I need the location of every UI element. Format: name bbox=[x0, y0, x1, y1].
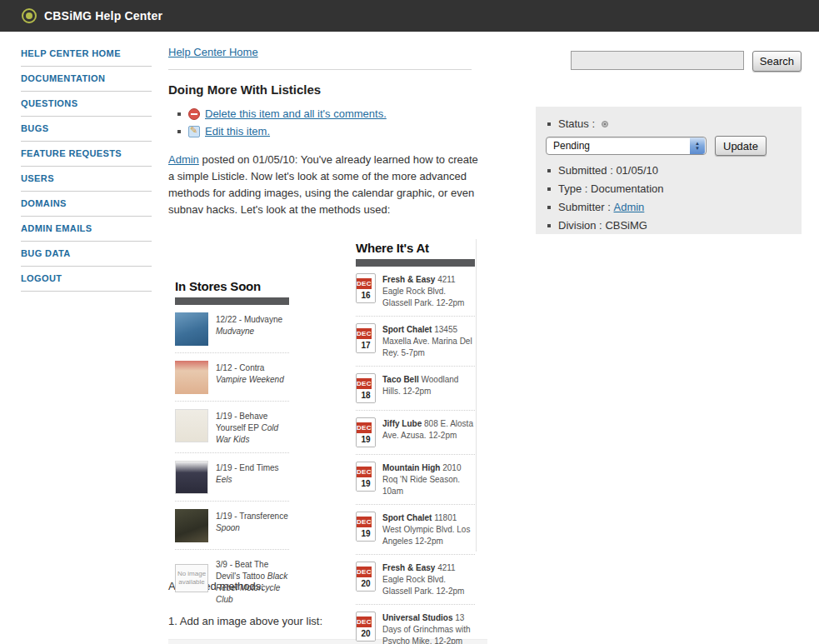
store-row: 1/19 - Transference Spoon bbox=[175, 502, 289, 550]
no-image-placeholder: No image available bbox=[175, 564, 208, 592]
type-value: Documentation bbox=[591, 182, 663, 195]
item-meta-box: Status : Pending ▲▼ Update Submitted : 0… bbox=[536, 107, 802, 234]
store-text: 1/12 - Contra Vampire Weekend bbox=[216, 361, 289, 394]
status-select-value: Pending bbox=[547, 140, 590, 152]
bullet-icon bbox=[547, 169, 551, 172]
calendar-icon: DEC 19 bbox=[356, 417, 376, 447]
sidebar-item-bug-data[interactable]: BUG DATA bbox=[21, 242, 152, 267]
event-text: Jiffy Lube 808 E. Alosta Ave. Azusa. 12-… bbox=[382, 417, 475, 447]
store-row: 1/12 - Contra Vampire Weekend bbox=[175, 353, 289, 402]
sidebar-item-admin-emails[interactable]: ADMIN EMAILS bbox=[21, 217, 152, 242]
sidebar-item-domains[interactable]: DOMAINS bbox=[21, 192, 152, 217]
author-link[interactable]: Admin bbox=[168, 153, 199, 166]
status-dot-icon bbox=[602, 121, 608, 127]
eels-album-art bbox=[175, 461, 208, 494]
division-row: Division : CBSiMG bbox=[546, 219, 792, 232]
sidebar-item-bugs[interactable]: BUGS bbox=[21, 117, 152, 142]
edit-item-link[interactable]: Edit this item. bbox=[205, 125, 270, 137]
store-row: 1/19 - End Times Eels bbox=[175, 453, 289, 502]
calendar-day: 17 bbox=[357, 339, 375, 352]
event-text: Fresh & Easy 4211 Eagle Rock Blvd. Glass… bbox=[382, 562, 475, 597]
event-text: Sport Chalet 13455 Maxella Ave. Marina D… bbox=[382, 323, 475, 359]
spoon-album-art bbox=[175, 509, 208, 542]
store-text: 12/22 - Mudvayne Mudvayne bbox=[216, 312, 289, 346]
submitter-link[interactable]: Admin bbox=[613, 201, 644, 213]
events-heading-bar bbox=[356, 259, 475, 267]
submitter-row: Submitter : Admin bbox=[546, 201, 792, 213]
event-text: Universal Studios 13 Days of Grinchmas w… bbox=[382, 612, 475, 644]
calendar-month: DEC bbox=[357, 517, 372, 527]
page-title: Doing More With Listicles bbox=[168, 82, 488, 97]
submitted-value: 01/05/10 bbox=[616, 164, 658, 177]
submitted-label: Submitted : bbox=[558, 164, 613, 177]
store-row: 1/19 - Behave Yourself EP Cold War Kids bbox=[175, 402, 289, 453]
calendar-day: 18 bbox=[357, 389, 375, 402]
event-row: DEC 20 Universal Studios 13 Days of Grin… bbox=[356, 605, 475, 644]
cold-war-kids-album-art bbox=[175, 409, 208, 442]
sidebar-item-documentation[interactable]: DOCUMENTATION bbox=[21, 67, 152, 92]
sidebar-nav: HELP CENTER HOME DOCUMENTATION QUESTIONS… bbox=[21, 42, 152, 292]
calendar-icon: DEC 19 bbox=[356, 462, 376, 492]
status-select[interactable]: Pending ▲▼ bbox=[546, 137, 707, 155]
sidebar-item-questions[interactable]: QUESTIONS bbox=[21, 92, 152, 117]
stores-list-title: In Stores Soon bbox=[175, 279, 289, 293]
event-row: DEC 19 Sport Chalet 11801 West Olympic B… bbox=[356, 505, 475, 555]
bullet-icon bbox=[547, 122, 551, 126]
search-button[interactable]: Search bbox=[752, 51, 802, 72]
calendar-month: DEC bbox=[357, 617, 372, 627]
submitter-label: Submitter : bbox=[558, 201, 611, 213]
search-input[interactable] bbox=[571, 51, 744, 70]
calendar-day: 20 bbox=[357, 577, 375, 591]
sidebar-item-feature-requests[interactable]: FEATURE REQUESTS bbox=[21, 142, 152, 167]
bullet-icon bbox=[547, 224, 551, 227]
event-text: Fresh & Easy 4211 Eagle Rock Blvd. Glass… bbox=[382, 273, 475, 309]
event-text: Mountain High 2010 Roq 'N Ride Season. 1… bbox=[382, 462, 475, 497]
event-row: DEC 17 Sport Chalet 13455 Maxella Ave. M… bbox=[356, 317, 475, 367]
edit-icon bbox=[188, 126, 200, 137]
calendar-icon: DEC 18 bbox=[356, 373, 376, 403]
store-row: No image available 3/9 - Beat The Devil'… bbox=[175, 550, 289, 612]
store-text: 1/19 - End Times Eels bbox=[216, 461, 289, 494]
update-button[interactable]: Update bbox=[715, 136, 767, 156]
store-text: 1/19 - Behave Yourself EP Cold War Kids bbox=[216, 409, 289, 446]
calendar-day: 20 bbox=[357, 627, 375, 641]
calendar-icon: DEC 20 bbox=[356, 612, 376, 642]
calendar-day: 16 bbox=[357, 289, 375, 302]
calendar-day: 19 bbox=[357, 527, 375, 541]
store-row: 12/22 - Mudvayne Mudvayne bbox=[175, 305, 289, 353]
sidebar-item-users[interactable]: USERS bbox=[21, 167, 152, 192]
event-text: Taco Bell Woodland Hills. 12-2pm bbox=[382, 373, 475, 403]
type-row: Type : Documentation bbox=[546, 182, 792, 195]
app-title: CBSiMG Help Center bbox=[44, 9, 162, 22]
listicle-example-image: Where It's At DEC 16 Fresh & Easy 4211 E… bbox=[168, 239, 477, 552]
vampire-weekend-album-art bbox=[175, 361, 208, 394]
status-select-row: Pending ▲▼ Update bbox=[546, 136, 792, 156]
store-text: 3/9 - Beat The Devil's Tattoo Black Rebe… bbox=[216, 557, 289, 606]
calendar-month: DEC bbox=[357, 567, 372, 577]
sidebar-item-logout[interactable]: LOGOUT bbox=[21, 267, 152, 292]
calendar-month: DEC bbox=[357, 422, 372, 433]
event-row: DEC 20 Fresh & Easy 4211 Eagle Rock Blvd… bbox=[356, 555, 475, 605]
delete-item-link[interactable]: Delete this item and all it's comments. bbox=[205, 107, 387, 120]
bullet-icon bbox=[547, 187, 551, 191]
post-text: posted on 01/05/10: You've already learn… bbox=[168, 153, 478, 216]
calendar-day: 19 bbox=[357, 477, 375, 491]
breadcrumb-home-link[interactable]: Help Center Home bbox=[168, 46, 258, 58]
cbs-eye-logo-icon bbox=[22, 8, 37, 23]
event-row: DEC 19 Jiffy Lube 808 E. Alosta Ave. Azu… bbox=[356, 411, 475, 455]
calendar-icon: DEC 17 bbox=[356, 323, 376, 353]
page: CBSiMG Help Center HELP CENTER HOME DOCU… bbox=[0, 0, 819, 644]
calendar-icon: DEC 20 bbox=[356, 562, 376, 592]
event-row: DEC 19 Mountain High 2010 Roq 'N Ride Se… bbox=[356, 455, 475, 505]
store-text: 1/19 - Transference Spoon bbox=[216, 509, 289, 542]
events-list: Where It's At DEC 16 Fresh & Easy 4211 E… bbox=[356, 241, 475, 644]
division-value: CBSiMG bbox=[605, 219, 647, 232]
item-actions: Delete this item and all it's comments. … bbox=[168, 107, 488, 137]
main-content: Help Center Home Doing More With Listicl… bbox=[168, 46, 488, 644]
sidebar-item-help-center-home[interactable]: HELP CENTER HOME bbox=[21, 42, 152, 67]
status-row: Status : bbox=[546, 117, 792, 130]
calendar-month: DEC bbox=[357, 467, 372, 477]
event-row: DEC 18 Taco Bell Woodland Hills. 12-2pm bbox=[356, 367, 475, 411]
status-label: Status : bbox=[558, 117, 595, 130]
calendar-month: DEC bbox=[357, 328, 372, 339]
